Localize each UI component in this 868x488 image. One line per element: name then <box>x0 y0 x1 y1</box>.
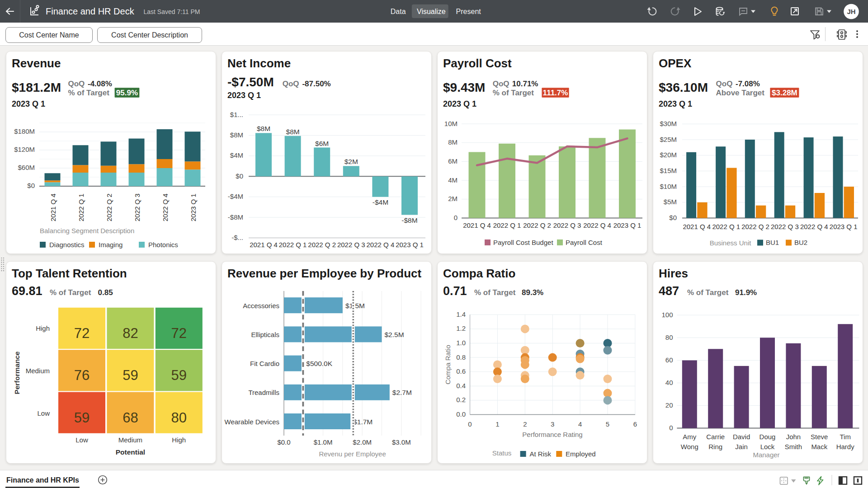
svg-text:72: 72 <box>74 325 90 341</box>
svg-text:QoQ: QoQ <box>68 80 85 88</box>
svg-text:-7.08%: -7.08% <box>736 80 760 88</box>
svg-text:2023 Q 1: 2023 Q 1 <box>12 99 45 108</box>
svg-text:2022 Q 3: 2022 Q 3 <box>133 193 141 221</box>
svg-text:2022 Q 4: 2022 Q 4 <box>800 223 828 230</box>
svg-text:-$7.50M: -$7.50M <box>227 75 274 89</box>
svg-text:Performance: Performance <box>13 351 21 394</box>
svg-text:2023 Q 1: 2023 Q 1 <box>396 241 424 249</box>
svg-text:2022 Q 3: 2022 Q 3 <box>553 221 581 229</box>
svg-text:$60M: $60M <box>18 164 35 171</box>
svg-text:OPEX: OPEX <box>659 56 692 70</box>
svg-text:QoQ: QoQ <box>716 80 733 88</box>
svg-text:-$...: -$... <box>231 234 243 241</box>
svg-text:69.81: 69.81 <box>12 284 42 298</box>
svg-text:Performance Rating: Performance Rating <box>522 431 582 438</box>
svg-text:Net Income: Net Income <box>227 56 291 70</box>
svg-text:$20M: $20M <box>660 151 677 159</box>
svg-text:Revenue: Revenue <box>12 56 61 70</box>
svg-text:2021 Q 4: 2021 Q 4 <box>683 223 711 230</box>
svg-text:2022 Q 2: 2022 Q 2 <box>741 223 769 230</box>
svg-text:$8M: $8M <box>286 128 300 136</box>
svg-text:-$4M: -$4M <box>373 198 388 206</box>
svg-text:$0: $0 <box>236 172 243 180</box>
svg-text:JH: JH <box>847 8 855 15</box>
svg-text:82: 82 <box>123 325 138 341</box>
svg-text:Last Saved 7:11 PM: Last Saved 7:11 PM <box>144 8 200 15</box>
svg-text:Data: Data <box>391 8 406 15</box>
svg-text:BU1: BU1 <box>766 239 779 246</box>
svg-text:3: 3 <box>551 420 554 428</box>
svg-text:60: 60 <box>665 356 673 364</box>
svg-text:Accessories: Accessories <box>243 302 279 310</box>
svg-text:$8M: $8M <box>257 125 270 132</box>
svg-text:1: 1 <box>495 420 499 428</box>
svg-text:4: 4 <box>578 420 582 428</box>
svg-text:QoQ: QoQ <box>283 80 299 88</box>
svg-text:% of Target: % of Target <box>687 288 729 297</box>
svg-text:$30M: $30M <box>660 120 677 127</box>
svg-text:80: 80 <box>665 333 673 341</box>
svg-text:$2.7M: $2.7M <box>392 389 412 396</box>
svg-text:0: 0 <box>454 214 458 221</box>
svg-text:$1.5M: $1.5M <box>345 302 365 310</box>
svg-text:Smith: Smith <box>785 443 802 450</box>
svg-text:Photonics: Photonics <box>148 241 178 249</box>
svg-text:0: 0 <box>669 424 673 432</box>
svg-text:2022 Q 1: 2022 Q 1 <box>712 223 740 230</box>
svg-text:2023 Q 1: 2023 Q 1 <box>189 193 197 221</box>
svg-text:% of Target: % of Target <box>493 89 534 97</box>
svg-text:40: 40 <box>665 379 673 386</box>
svg-text:% of Target: % of Target <box>68 89 110 97</box>
svg-text:2022 Q 4: 2022 Q 4 <box>367 241 395 249</box>
svg-text:$4M: $4M <box>230 151 243 159</box>
svg-text:Employed: Employed <box>566 450 596 458</box>
svg-text:Low: Low <box>75 436 88 444</box>
svg-text:2021 Q 4: 2021 Q 4 <box>463 221 491 229</box>
svg-text:68: 68 <box>123 410 138 426</box>
svg-text:2022 Q 4: 2022 Q 4 <box>161 193 169 221</box>
svg-text:Ellipticals: Ellipticals <box>251 331 279 338</box>
svg-text:0.0: 0.0 <box>456 410 466 418</box>
svg-text:2021 Q 4: 2021 Q 4 <box>250 241 278 249</box>
svg-text:Visualize: Visualize <box>417 8 446 15</box>
svg-text:2022 Q 3: 2022 Q 3 <box>771 223 799 230</box>
svg-text:$1.0M: $1.0M <box>314 438 333 446</box>
svg-text:Business Unit: Business Unit <box>710 239 752 247</box>
svg-text:2022 Q 2: 2022 Q 2 <box>308 241 336 249</box>
svg-text:Steve: Steve <box>811 433 828 441</box>
svg-text:Revenu per Employee: Revenu per Employee <box>319 450 386 458</box>
svg-text:-$8M: -$8M <box>401 216 417 224</box>
svg-text:2: 2 <box>523 420 527 428</box>
svg-text:10.71%: 10.71% <box>512 80 538 88</box>
svg-text:1.2: 1.2 <box>456 324 466 332</box>
svg-text:2021 Q 4: 2021 Q 4 <box>49 193 57 221</box>
svg-text:2022 Q 1: 2022 Q 1 <box>493 221 521 229</box>
svg-text:-87.50%: -87.50% <box>302 80 330 88</box>
svg-text:Low: Low <box>37 409 50 417</box>
svg-text:91.9%: 91.9% <box>735 288 757 297</box>
svg-text:80: 80 <box>171 410 187 426</box>
svg-text:$0: $0 <box>27 182 35 189</box>
svg-text:High: High <box>172 436 186 444</box>
svg-text:1.4: 1.4 <box>456 310 466 318</box>
svg-text:Manager: Manager <box>753 451 779 459</box>
svg-text:$3.28M: $3.28M <box>772 89 797 97</box>
svg-text:111.7%: 111.7% <box>543 89 568 97</box>
svg-text:$120M: $120M <box>14 145 35 153</box>
svg-text:Finance and HR Deck: Finance and HR Deck <box>46 6 135 16</box>
svg-text:$36.10M: $36.10M <box>659 80 708 94</box>
svg-text:2022 Q 3: 2022 Q 3 <box>337 241 365 249</box>
svg-text:Tim: Tim <box>840 433 850 441</box>
svg-text:100: 100 <box>661 311 673 319</box>
svg-text:High: High <box>36 324 50 332</box>
svg-text:Amy: Amy <box>683 433 697 441</box>
svg-text:89.3%: 89.3% <box>522 288 543 297</box>
svg-text:0.6: 0.6 <box>456 367 466 375</box>
svg-text:2023 Q 1: 2023 Q 1 <box>659 99 692 108</box>
svg-text:% of Target: % of Target <box>50 288 91 297</box>
svg-text:Diagnostics: Diagnostics <box>49 241 85 249</box>
svg-text:2022 Q 2: 2022 Q 2 <box>523 221 551 229</box>
svg-text:Medium: Medium <box>26 367 50 375</box>
svg-text:David: David <box>733 433 750 441</box>
svg-text:0.85: 0.85 <box>98 288 113 297</box>
